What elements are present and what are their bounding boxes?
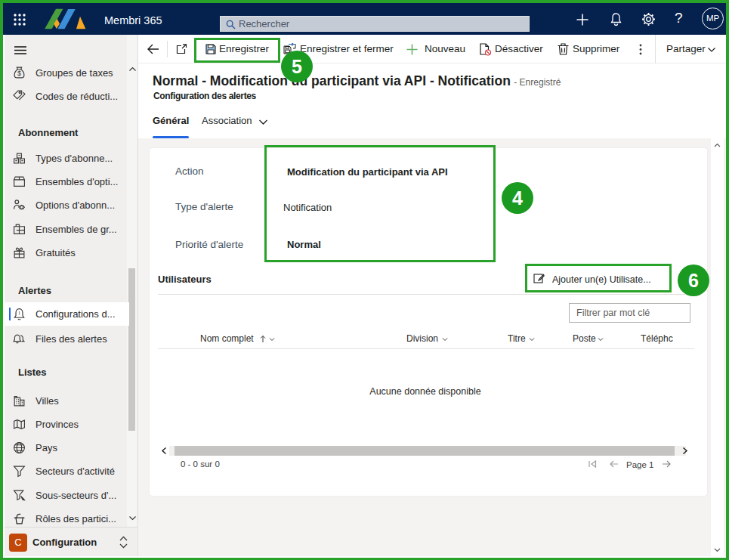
svg-text:$: $ [17, 70, 21, 77]
svg-text:!: ! [18, 310, 20, 317]
